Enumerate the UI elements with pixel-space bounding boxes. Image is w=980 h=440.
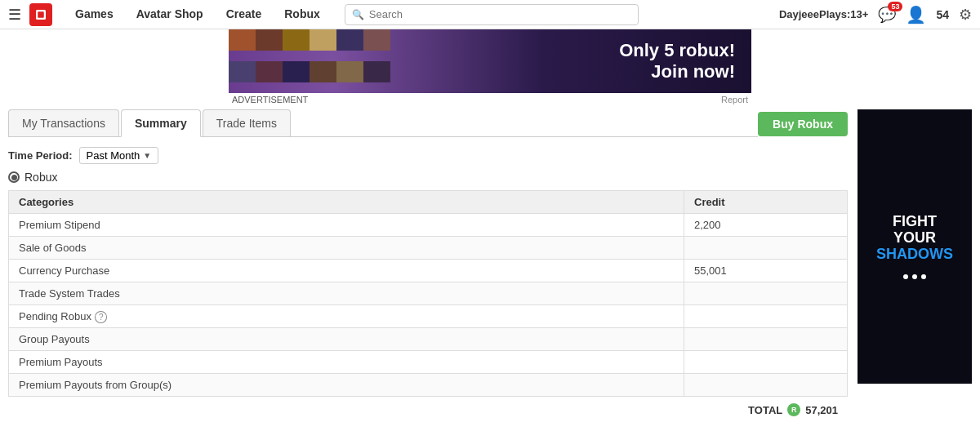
table-cell-credit — [684, 374, 848, 397]
ad-block — [229, 29, 256, 51]
right-ad-line2: YOUR — [876, 230, 953, 247]
right-ad-line3: SHADOWS — [876, 247, 953, 263]
search-icon: 🔍 — [352, 9, 364, 20]
table-cell-category: Pending Robux? — [9, 305, 684, 328]
search-input[interactable] — [369, 8, 631, 20]
tab-bar: My Transactions Summary Trade Items — [8, 109, 758, 137]
right-ad-line1: FIGHT — [876, 214, 953, 230]
settings-icon[interactable]: ⚙ — [959, 6, 972, 24]
ad-block — [363, 61, 390, 82]
col-categories: Categories — [9, 191, 684, 214]
ad-banner-wrap: Only 5 robux! Join now! ADVERTISEMENT Re… — [229, 29, 751, 106]
hamburger-icon[interactable]: ☰ — [8, 6, 21, 24]
table-cell-category: Premium Payouts from Group(s) — [9, 374, 684, 397]
summary-table: Categories Credit Premium Stipend2,200Sa… — [8, 190, 848, 397]
tab-trade-items[interactable]: Trade Items — [203, 109, 291, 136]
right-ad-dots — [903, 274, 926, 279]
table-cell-category: Currency Purchase — [9, 260, 684, 282]
total-robux-icon: R — [787, 403, 800, 416]
ad-block — [229, 61, 256, 82]
search-box[interactable]: 🔍 — [345, 4, 639, 25]
ad-block — [283, 61, 310, 82]
dot-1 — [903, 274, 908, 279]
nav-avatar-shop[interactable]: Avatar Shop — [125, 1, 215, 29]
radio-robux[interactable] — [8, 171, 20, 183]
table-cell-category: Premium Stipend — [9, 214, 684, 237]
tab-summary[interactable]: Summary — [121, 109, 201, 137]
table-cell-category: Trade System Trades — [9, 282, 684, 305]
roblox-logo[interactable] — [29, 3, 52, 26]
ad-report-link[interactable]: Report — [721, 95, 748, 104]
table-row: Premium Payouts from Group(s) — [9, 374, 848, 397]
ad-block — [336, 29, 363, 51]
robux-count: 54 — [936, 8, 949, 21]
ad-block — [283, 29, 310, 51]
table-cell-category: Group Payouts — [9, 328, 684, 351]
dropdown-arrow-icon: ▼ — [143, 151, 151, 160]
table-cell-credit — [684, 237, 848, 260]
avatar-icon-btn[interactable]: 👤 — [906, 5, 926, 24]
table-cell-credit — [684, 351, 848, 374]
total-label: TOTAL — [748, 404, 782, 416]
table-row: Currency Purchase55,001 — [9, 260, 848, 282]
buy-robux-button[interactable]: Buy Robux — [758, 112, 848, 136]
ad-label-row: ADVERTISEMENT Report — [229, 93, 751, 106]
ad-block — [310, 61, 336, 82]
ad-block — [256, 61, 283, 82]
roblox-logo-svg — [33, 7, 48, 22]
table-cell-credit — [684, 328, 848, 351]
table-cell-credit: 2,200 — [684, 214, 848, 237]
search-bar: 🔍 — [345, 4, 766, 25]
table-row: Premium Stipend2,200 — [9, 214, 848, 237]
dot-3 — [921, 274, 926, 279]
radio-robux-row: Robux — [8, 171, 848, 184]
table-row: Pending Robux? — [9, 305, 848, 328]
time-period-value: Past Month — [87, 149, 140, 162]
messages-badge: 53 — [888, 2, 902, 11]
total-value: 57,201 — [805, 404, 838, 416]
main-left: My Transactions Summary Trade Items Buy … — [8, 109, 848, 421]
messages-icon-btn[interactable]: 💬 53 — [878, 6, 896, 24]
right-ad: FIGHT YOUR SHADOWS — [858, 109, 972, 384]
nav-links: Games Avatar Shop Create Robux — [64, 1, 332, 29]
ad-advertisement-label: ADVERTISEMENT — [232, 95, 308, 104]
table-header-row: Categories Credit — [9, 191, 848, 214]
ad-left-blocks — [229, 29, 400, 93]
right-ad-container: FIGHT YOUR SHADOWS — [858, 109, 972, 421]
ad-line2: Join now! — [619, 61, 735, 82]
total-row: TOTAL R 57,201 — [8, 398, 848, 421]
col-credit: Credit — [684, 191, 848, 214]
table-cell-category: Sale of Goods — [9, 237, 684, 260]
avatar-icon: 👤 — [906, 6, 926, 24]
ad-block — [336, 61, 363, 82]
dot-2 — [912, 274, 917, 279]
time-period-label: Time Period: — [8, 149, 73, 162]
table-row: Sale of Goods — [9, 237, 848, 260]
table-row: Premium Payouts — [9, 351, 848, 374]
table-cell-credit — [684, 282, 848, 305]
table-row: Trade System Trades — [9, 282, 848, 305]
ad-text: Only 5 robux! Join now! — [619, 40, 735, 83]
ad-block — [310, 29, 336, 51]
navbar: ☰ Games Avatar Shop Create Robux 🔍 Dayje… — [0, 0, 980, 29]
nav-create[interactable]: Create — [215, 1, 274, 29]
nav-right: DayjeeePlays:13+ 💬 53 👤 54 ⚙ — [779, 5, 972, 24]
radio-robux-label: Robux — [24, 171, 57, 184]
nav-games[interactable]: Games — [64, 1, 125, 29]
main-layout: My Transactions Summary Trade Items Buy … — [0, 109, 980, 421]
pending-robux-help-icon[interactable]: ? — [95, 311, 108, 323]
ad-banner-container: Only 5 robux! Join now! ADVERTISEMENT Re… — [0, 29, 980, 106]
table-cell-credit: 55,001 — [684, 260, 848, 282]
tab-header-row: My Transactions Summary Trade Items Buy … — [8, 109, 848, 137]
right-ad-text: FIGHT YOUR SHADOWS — [876, 214, 953, 262]
tab-my-transactions[interactable]: My Transactions — [8, 109, 119, 136]
svg-rect-1 — [38, 11, 44, 18]
time-period-select[interactable]: Past Month ▼ — [79, 147, 159, 164]
table-cell-category: Premium Payouts — [9, 351, 684, 374]
ad-banner: Only 5 robux! Join now! — [229, 29, 751, 93]
nav-robux[interactable]: Robux — [273, 1, 332, 29]
time-period-row: Time Period: Past Month ▼ — [8, 147, 848, 164]
username-label: DayjeeePlays:13+ — [779, 8, 869, 20]
ad-line1: Only 5 robux! — [619, 40, 735, 61]
table-cell-credit — [684, 305, 848, 328]
